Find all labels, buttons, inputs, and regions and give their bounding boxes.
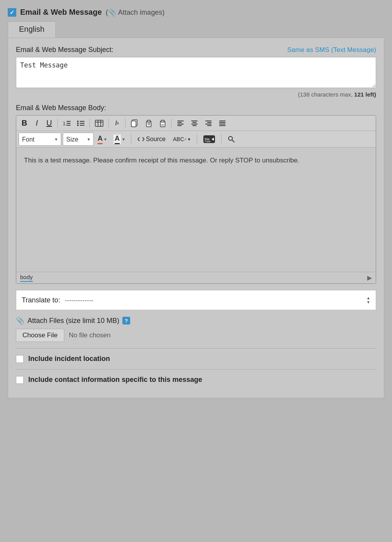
separator-2 [89, 118, 90, 128]
svg-text:1.: 1. [63, 121, 67, 126]
translate-arrows: ▲ ▼ [366, 296, 370, 304]
separator-3 [108, 118, 109, 128]
divider-2 [16, 369, 376, 369]
align-justify-button[interactable] [216, 118, 229, 128]
paste-button[interactable] [142, 118, 155, 129]
svg-point-5 [77, 123, 79, 124]
same-as-sms-link[interactable]: Same as SMS (Text Message) [287, 46, 376, 54]
main-container: ✓ Email & Web Message (📎 Attach images) … [0, 0, 392, 542]
attach-images-label: (📎 Attach images) [106, 8, 165, 17]
translate-label: Translate to: [22, 296, 60, 304]
svg-rect-10 [95, 120, 103, 126]
translate-row: Translate to: ------------- ▲ ▼ [16, 290, 376, 310]
svg-text:Tube: Tube [205, 140, 211, 143]
paste-special-button[interactable]: W [156, 118, 169, 129]
svg-line-44 [232, 140, 234, 142]
font-selector-wrap: Font [19, 133, 61, 146]
table-button[interactable] [92, 118, 106, 128]
incident-location-checkbox[interactable] [16, 355, 24, 363]
contact-info-row: Include contact information specific to … [16, 376, 376, 384]
svg-rect-17 [147, 120, 150, 122]
toolbar-row2: Font Size A ▼ A [16, 131, 376, 148]
email-web-message-label: Email & Web Message [20, 8, 102, 17]
rich-text-editor: B I U 1. [16, 115, 376, 284]
translate-select[interactable]: ------------- [65, 294, 363, 306]
tab-english[interactable]: English [8, 21, 56, 38]
email-web-message-checkbox[interactable]: ✓ [8, 8, 16, 17]
unordered-list-button[interactable] [74, 118, 87, 128]
tab-bar: English [8, 21, 384, 38]
editor-tag: body [20, 274, 33, 282]
svg-rect-21 [161, 120, 164, 122]
svg-text:W: W [161, 123, 164, 127]
svg-point-43 [229, 136, 232, 140]
youtube-button[interactable]: You Tube [200, 133, 218, 145]
source-button[interactable]: Source [134, 134, 169, 144]
separator-1 [57, 118, 58, 128]
ordered-list-button[interactable]: 1. [60, 118, 73, 128]
attach-header: 📎 Attach Files (size limit 10 MB) ? [16, 316, 376, 325]
separator-5 [171, 118, 172, 128]
content-area: Email & Web Message Subject: Same as SMS… [8, 38, 384, 398]
file-input-row: Choose File No file chosen [16, 329, 376, 342]
underline-button[interactable]: U [43, 117, 55, 129]
font-color-button[interactable]: A ▼ [95, 133, 110, 146]
subject-label: Email & Web Message Subject: [16, 46, 113, 54]
separator-6 [131, 134, 131, 144]
italic-button[interactable]: I [31, 117, 43, 129]
no-file-text: No file chosen [69, 331, 111, 339]
bold-button[interactable]: B [19, 117, 30, 129]
svg-point-4 [77, 121, 79, 122]
incident-location-label: Include incident location [28, 355, 110, 363]
resize-handle[interactable]: ▶ [367, 274, 372, 281]
choose-file-button[interactable]: Choose File [16, 329, 64, 342]
font-selector[interactable]: Font [19, 133, 61, 146]
char-count: (138 characters max, 121 left) [16, 91, 376, 98]
spellcheck-button[interactable]: ABC✓▼ [170, 135, 194, 144]
subject-row: Email & Web Message Subject: Same as SMS… [16, 46, 376, 54]
contact-info-checkbox[interactable] [16, 376, 24, 384]
separator-7 [197, 134, 197, 144]
paperclip-icon-attach: 📎 [16, 316, 24, 325]
svg-point-6 [77, 124, 79, 126]
section-header: ✓ Email & Web Message (📎 Attach images) [8, 8, 384, 17]
align-left-button[interactable] [174, 118, 187, 128]
toolbar-row1: B I U 1. [16, 116, 376, 131]
copy-button[interactable] [128, 118, 141, 129]
bg-color-button[interactable]: A ▼ [111, 133, 128, 146]
body-label: Email & Web Message Body: [16, 104, 376, 112]
editor-footer: body ▶ [16, 272, 376, 283]
separator-8 [221, 134, 222, 144]
svg-rect-15 [131, 121, 136, 127]
email-web-message-toggle[interactable]: ✓ Email & Web Message (📎 Attach images) [8, 8, 165, 17]
size-selector[interactable]: Size [63, 133, 94, 146]
remove-format-button[interactable]: Ix [111, 118, 123, 129]
incident-location-row: Include incident location [16, 355, 376, 363]
divider-1 [16, 348, 376, 349]
contact-info-label: Include contact information specific to … [28, 376, 202, 384]
subject-input[interactable]: Test Message [16, 57, 376, 88]
attach-files-label: Attach Files (size limit 10 MB) [28, 317, 119, 325]
size-selector-wrap: Size [63, 133, 94, 146]
find-button[interactable] [225, 134, 238, 145]
align-center-button[interactable] [188, 118, 201, 128]
help-icon[interactable]: ? [122, 317, 130, 325]
align-right-button[interactable] [202, 118, 215, 128]
editor-body[interactable]: This is a test message. Please confirm r… [16, 148, 376, 272]
separator-4 [125, 118, 126, 128]
paperclip-icon: 📎 [108, 9, 117, 16]
attach-files-section: 📎 Attach Files (size limit 10 MB) ? Choo… [16, 316, 376, 342]
